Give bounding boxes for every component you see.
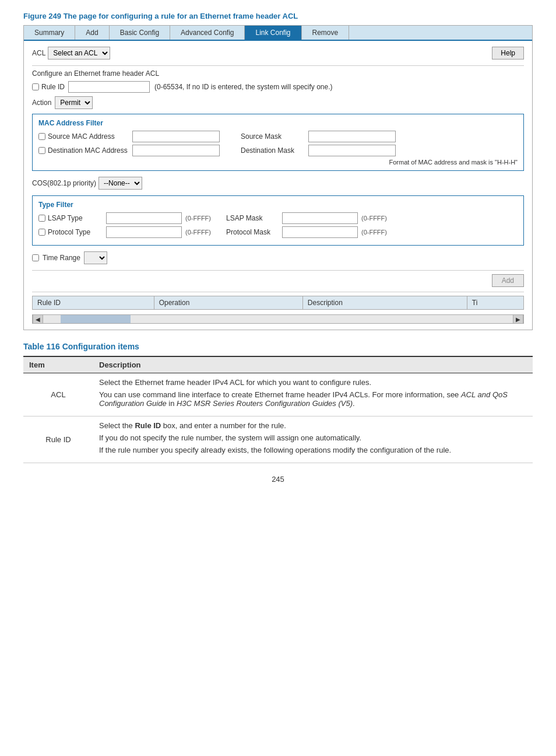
dest-mac-checkbox[interactable] xyxy=(38,147,45,154)
protocol-input[interactable] xyxy=(106,226,182,238)
lsap-mask-label: LSAP Mask xyxy=(226,214,279,222)
dest-mac-label: Destination MAC Address xyxy=(48,146,128,155)
mac-filter-box: MAC Address Filter Source MAC Address So… xyxy=(32,114,524,171)
lsap-mask-range: (0-FFFF) xyxy=(361,215,387,222)
col-description: Description xyxy=(302,296,467,310)
source-mac-input[interactable] xyxy=(132,131,220,142)
mac-filter-title: MAC Address Filter xyxy=(38,119,518,127)
config-row-ruleid: Rule ID Select the Rule ID box, and ente… xyxy=(23,416,533,463)
divider-1 xyxy=(32,65,524,66)
tab-link-config[interactable]: Link Config xyxy=(245,26,301,40)
config-table: Item Description ACL Select the Ethernet… xyxy=(23,356,533,463)
figure-title: Figure 249 The page for configuring a ru… xyxy=(23,12,533,20)
time-range-label: Time Range xyxy=(43,254,80,262)
scrollbar[interactable]: ◀ ▶ xyxy=(32,314,524,324)
action-label: Action xyxy=(32,99,51,107)
tab-remove[interactable]: Remove xyxy=(302,26,350,40)
lsap-range: (0-FFFF) xyxy=(185,215,211,222)
configure-title: Configure an Ethernet frame header ACL xyxy=(32,69,524,78)
config-header-row: Item Description xyxy=(23,356,533,373)
protocol-mask-label: Protocol Mask xyxy=(226,228,279,236)
rule-id-checkbox[interactable] xyxy=(32,83,39,90)
scroll-thumb[interactable] xyxy=(61,315,131,323)
acl-label: ACL xyxy=(32,49,45,57)
tab-bar: Summary Add Basic Config Advanced Config… xyxy=(24,26,532,41)
col-ti: Ti xyxy=(467,296,523,310)
col-rule-id: Rule ID xyxy=(33,296,154,310)
scroll-track[interactable] xyxy=(43,315,513,323)
config-col-item: Item xyxy=(23,356,93,373)
config-col-desc: Description xyxy=(93,356,533,373)
source-mac-label: Source MAC Address xyxy=(48,132,115,141)
cos-select[interactable]: --None-- xyxy=(98,177,142,190)
acl-row: ACL Select an ACL Help xyxy=(32,47,524,60)
divider-3 xyxy=(32,292,524,292)
protocol-range: (0-FFFF) xyxy=(185,229,211,236)
source-mac-row: Source MAC Address Source Mask xyxy=(38,131,518,142)
scroll-left-button[interactable]: ◀ xyxy=(33,314,43,324)
action-row: Action Permit Deny xyxy=(32,96,524,109)
lsap-input[interactable] xyxy=(106,212,182,224)
tab-add[interactable]: Add xyxy=(75,26,109,40)
time-range-row: Time Range xyxy=(32,251,524,264)
protocol-checkbox[interactable] xyxy=(38,229,45,236)
cos-row: COS(802.1p priority) --None-- xyxy=(32,177,524,190)
scroll-right-button[interactable]: ▶ xyxy=(513,314,523,324)
divider-2 xyxy=(32,270,524,271)
config-desc-ruleid: Select the Rule ID box, and enter a numb… xyxy=(93,416,533,463)
rule-id-row: Rule ID (0-65534, If no ID is entered, t… xyxy=(32,81,524,93)
protocol-row: Protocol Type (0-FFFF) Protocol Mask (0-… xyxy=(38,226,518,238)
source-mask-input[interactable] xyxy=(308,131,396,142)
browser-frame: Summary Add Basic Config Advanced Config… xyxy=(23,25,533,330)
config-item-acl: ACL xyxy=(23,373,93,416)
rule-id-hint: (0-65534, If no ID is entered, the syste… xyxy=(154,83,332,91)
table-section-title: Table 116 Configuration items xyxy=(23,342,533,351)
protocol-label: Protocol Type xyxy=(48,228,90,236)
tab-summary[interactable]: Summary xyxy=(24,26,75,40)
tab-advanced-config[interactable]: Advanced Config xyxy=(170,26,245,40)
config-item-ruleid: Rule ID xyxy=(23,416,93,463)
source-mask-label: Source Mask xyxy=(241,132,305,141)
mac-format-note: Format of MAC address and mask is "H-H-H… xyxy=(38,159,518,166)
results-header-row: Rule ID Operation Description Ti xyxy=(33,296,524,310)
time-range-select[interactable] xyxy=(84,251,107,264)
action-select[interactable]: Permit Deny xyxy=(55,96,93,109)
dest-mask-label: Destination Mask xyxy=(241,146,305,155)
time-range-checkbox[interactable] xyxy=(32,254,39,261)
dest-mask-input[interactable] xyxy=(308,145,396,156)
dest-mac-input[interactable] xyxy=(132,145,220,156)
source-mac-checkbox[interactable] xyxy=(38,133,45,140)
cos-label: COS(802.1p priority) xyxy=(32,179,96,187)
rule-id-input[interactable] xyxy=(68,81,150,93)
protocol-mask-range: (0-FFFF) xyxy=(361,229,387,236)
rule-id-label: Rule ID xyxy=(32,83,65,91)
dest-mac-row: Destination MAC Address Destination Mask xyxy=(38,145,518,156)
lsap-row: LSAP Type (0-FFFF) LSAP Mask (0-FFFF) xyxy=(38,212,518,224)
protocol-mask-input[interactable] xyxy=(282,226,358,238)
type-filter-title: Type Filter xyxy=(38,201,518,209)
lsap-checkbox[interactable] xyxy=(38,215,45,222)
page-number: 245 xyxy=(23,475,533,484)
add-btn-row: Add xyxy=(32,274,524,287)
add-button[interactable]: Add xyxy=(492,274,524,287)
results-table: Rule ID Operation Description Ti xyxy=(32,296,524,310)
content-area: ACL Select an ACL Help Configure an Ethe… xyxy=(24,41,532,330)
acl-select[interactable]: Select an ACL xyxy=(48,47,110,60)
tab-basic-config[interactable]: Basic Config xyxy=(110,26,170,40)
config-desc-acl: Select the Ethernet frame header IPv4 AC… xyxy=(93,373,533,416)
help-button[interactable]: Help xyxy=(492,47,524,60)
lsap-mask-input[interactable] xyxy=(282,212,358,224)
config-row-acl: ACL Select the Ethernet frame header IPv… xyxy=(23,373,533,416)
col-operation: Operation xyxy=(154,296,302,310)
type-filter-box: Type Filter LSAP Type (0-FFFF) LSAP Mask… xyxy=(32,195,524,246)
lsap-label: LSAP Type xyxy=(48,214,83,222)
